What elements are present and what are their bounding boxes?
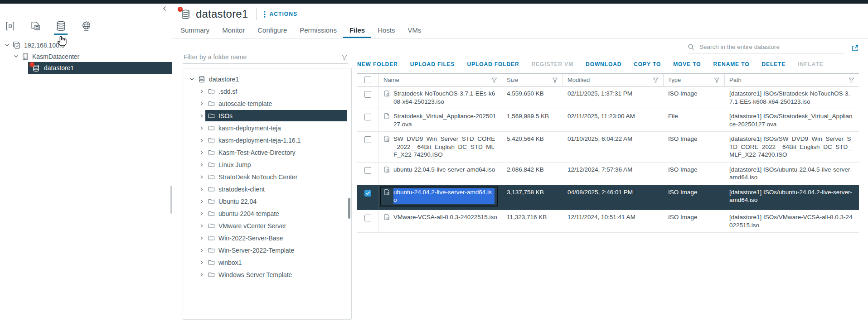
file-row[interactable]: SW_DVD9_Win_Server_STD_CORE_2022__64Bit_…	[357, 132, 859, 163]
toolbar-copy-to-button[interactable]: COPY TO	[634, 61, 661, 67]
column-header-modified[interactable]: Modified	[563, 74, 664, 86]
toolbar-move-to-button[interactable]: MOVE TO	[673, 61, 701, 67]
folder-item-win-server-2022-template[interactable]: Win-Server-2022-Template	[205, 244, 347, 256]
chevron-down-icon[interactable]	[189, 77, 194, 81]
search-input[interactable]	[698, 43, 844, 51]
folder-tree-item[interactable]: Kasm-Test-Active-Directory	[183, 146, 351, 158]
chevron-right-icon[interactable]	[199, 260, 204, 265]
folder-item-ubuntu-2204-tempate[interactable]: ubuntu-2204-tempate	[205, 208, 347, 219]
folder-item-kasm-deployment-teja-1-16-1[interactable]: kasm-deployment-teja-1.16.1	[205, 134, 347, 146]
folder-tree-item[interactable]: stratodesk-client	[183, 183, 351, 195]
tree-item-datacenter[interactable]: KasmDatacenter	[0, 51, 172, 62]
tree-item-datastore-selected[interactable]: ! datastore1	[28, 62, 172, 74]
chevron-right-icon[interactable]	[199, 138, 204, 143]
folder-tree-item[interactable]: Linux Jump	[183, 158, 351, 171]
name-cell[interactable]: VMware-VCSA-all-8.0.3-24022515.iso	[379, 210, 502, 232]
toolbar-new-folder-button[interactable]: NEW FOLDER	[357, 61, 398, 67]
file-row[interactable]: ubuntu-24.04.2-live-server-amd64.iso 3,1…	[357, 185, 859, 210]
tab-monitor[interactable]: Monitor	[216, 23, 251, 38]
chevron-right-icon[interactable]	[199, 199, 204, 204]
folder-item-windows-server-template[interactable]: Windows Server Template	[205, 269, 347, 280]
name-cell[interactable]: ubuntu-22.04.5-live-server-amd64.iso	[379, 163, 502, 185]
folder-tree-item[interactable]: ubuntu-2204-tempate	[183, 207, 351, 220]
row-checkbox[interactable]	[364, 167, 371, 174]
folder-item-kasm-deployment-teja[interactable]: kasm-deployment-teja	[205, 122, 347, 134]
folder-tree-item[interactable]: autoscale-template	[183, 97, 351, 110]
folder-filter-input[interactable]	[183, 53, 341, 61]
tree-item-vcenter[interactable]: 192.168.100.5	[0, 39, 172, 51]
nav-hosts-and-clusters-icon[interactable]	[4, 20, 16, 35]
actions-button[interactable]: ACTIONS	[264, 11, 297, 18]
file-row[interactable]: ubuntu-22.04.5-live-server-amd64.iso 2,0…	[357, 163, 859, 185]
column-header-name[interactable]: Name	[379, 74, 502, 86]
tab-configure[interactable]: Configure	[251, 23, 293, 38]
chevron-right-icon[interactable]	[199, 211, 204, 216]
filter-funnel-icon[interactable]	[714, 77, 720, 83]
chevron-right-icon[interactable]	[199, 126, 204, 130]
chevron-right-icon[interactable]	[199, 175, 204, 179]
folder-tree-item[interactable]: ISOs	[183, 110, 351, 122]
folder-tree-root[interactable]: datastore1	[183, 73, 351, 85]
folder-tree-item[interactable]: StratoDesk NoTouch Center	[183, 171, 351, 183]
chevron-right-icon[interactable]	[199, 273, 204, 277]
chevron-right-icon[interactable]	[199, 89, 204, 94]
name-cell[interactable]: Stratodesk-NoTouchOS-3.7.1-EEs-k608-x64-…	[379, 86, 502, 109]
filter-funnel-icon[interactable]	[849, 77, 854, 83]
filter-funnel-icon[interactable]	[491, 77, 497, 83]
collapse-sidebar-icon[interactable]	[162, 6, 167, 11]
folder-tree-item[interactable]: kasm-deployment-teja	[183, 122, 351, 134]
tab-vms[interactable]: VMs	[401, 23, 427, 38]
toolbar-download-button[interactable]: DOWNLOAD	[586, 61, 621, 67]
tab-files[interactable]: Files	[343, 23, 371, 38]
chevron-down-icon[interactable]	[5, 43, 10, 48]
folder-item-winbox1[interactable]: winbox1	[205, 257, 347, 268]
file-row[interactable]: VMware-VCSA-all-8.0.3-24022515.iso 11,32…	[357, 210, 859, 233]
folder-tree-item[interactable]: .sdd.sf	[183, 85, 351, 97]
name-cell[interactable]: ubuntu-24.04.2-live-server-amd64.iso	[379, 185, 502, 210]
name-cell[interactable]: Stratodesk_Virtual_Appliance-20250127.ov…	[379, 109, 502, 131]
folder-tree-item[interactable]: winbox1	[183, 256, 351, 268]
chevron-right-icon[interactable]	[199, 248, 204, 253]
chevron-right-icon[interactable]	[199, 224, 204, 228]
chevron-right-icon[interactable]	[199, 150, 204, 155]
folder-item-stratodesk-notouch-center[interactable]: StratoDesk NoTouch Center	[205, 171, 347, 182]
toolbar-rename-to-button[interactable]: RENAME TO	[713, 61, 750, 67]
folder-item-sdd-sf[interactable]: .sdd.sf	[205, 86, 347, 97]
chevron-right-icon[interactable]	[199, 187, 204, 192]
name-cell[interactable]: SW_DVD9_Win_Server_STD_CORE_2022__64Bit_…	[379, 132, 502, 162]
folder-item-stratodesk-client[interactable]: stratodesk-client	[205, 183, 347, 195]
folder-tree-scrollbar[interactable]	[348, 198, 350, 219]
folder-item-kasm-test-active-directory[interactable]: Kasm-Test-Active-Directory	[205, 147, 347, 158]
file-row[interactable]: Stratodesk_Virtual_Appliance-20250127.ov…	[357, 109, 859, 132]
filter-funnel-icon[interactable]	[341, 54, 348, 60]
folder-item-linux-jump[interactable]: Linux Jump	[205, 159, 347, 170]
sidebar-scrollbar[interactable]	[170, 186, 172, 214]
folder-tree-item[interactable]: Win-Server-2022-Template	[183, 244, 351, 256]
folder-item-ubuntu-22-04[interactable]: Ubuntu 22.04	[205, 196, 347, 207]
row-checkbox[interactable]	[364, 190, 371, 196]
folder-tree-item[interactable]: kasm-deployment-teja-1.16.1	[183, 134, 351, 146]
folder-tree-item[interactable]: Ubuntu 22.04	[183, 195, 351, 207]
chevron-right-icon[interactable]	[199, 163, 204, 167]
chevron-right-icon[interactable]	[199, 101, 204, 106]
rename-edit-box[interactable]: ubuntu-24.04.2-live-server-amd64.iso	[380, 187, 498, 206]
column-header-type[interactable]: Type	[664, 74, 725, 86]
row-checkbox[interactable]	[364, 91, 371, 98]
chevron-right-icon[interactable]	[199, 114, 204, 118]
folder-tree-item[interactable]: Windows Server Template	[183, 268, 351, 281]
select-all-checkbox[interactable]	[364, 77, 371, 83]
toolbar-delete-button[interactable]: DELETE	[761, 61, 786, 67]
folder-item-autoscale-template[interactable]: autoscale-template	[205, 98, 347, 109]
chevron-right-icon[interactable]	[199, 236, 204, 240]
nav-networking-icon[interactable]	[80, 20, 92, 35]
folder-item-vmware-vcenter-server[interactable]: VMware vCenter Server	[205, 220, 347, 231]
row-checkbox[interactable]	[364, 136, 371, 143]
toolbar-upload-files-button[interactable]: UPLOAD FILES	[410, 61, 455, 67]
toolbar-upload-folder-button[interactable]: UPLOAD FOLDER	[467, 61, 519, 67]
filter-funnel-icon[interactable]	[653, 77, 659, 83]
folder-item-isos[interactable]: ISOs	[205, 110, 347, 121]
column-header-path[interactable]: Path	[725, 74, 859, 86]
open-in-new-window-icon[interactable]	[851, 44, 859, 52]
nav-vms-and-templates-icon[interactable]	[29, 20, 42, 35]
tab-hosts[interactable]: Hosts	[371, 23, 401, 38]
